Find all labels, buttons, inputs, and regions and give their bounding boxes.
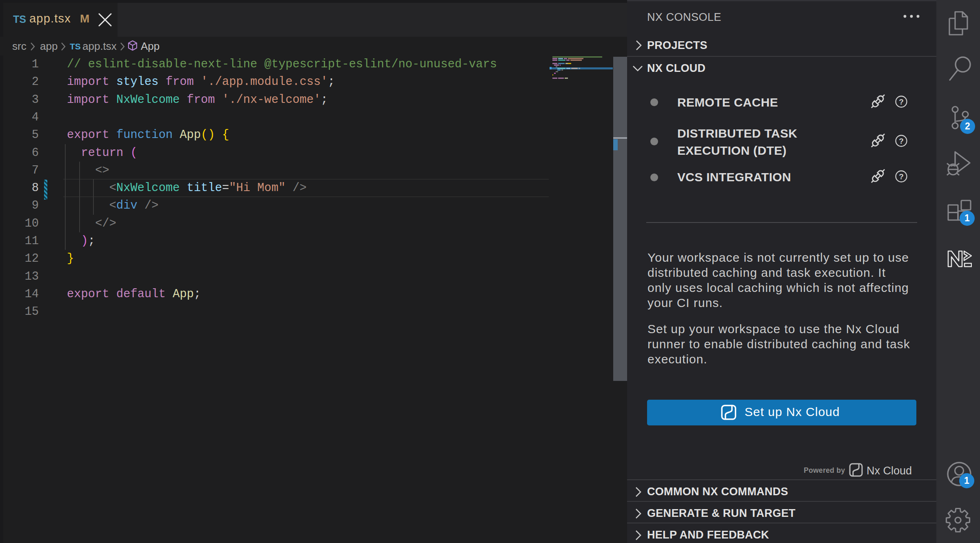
svg-text:?: ? xyxy=(899,137,904,145)
svg-text:?: ? xyxy=(899,98,904,106)
svg-text:?: ? xyxy=(899,172,904,181)
